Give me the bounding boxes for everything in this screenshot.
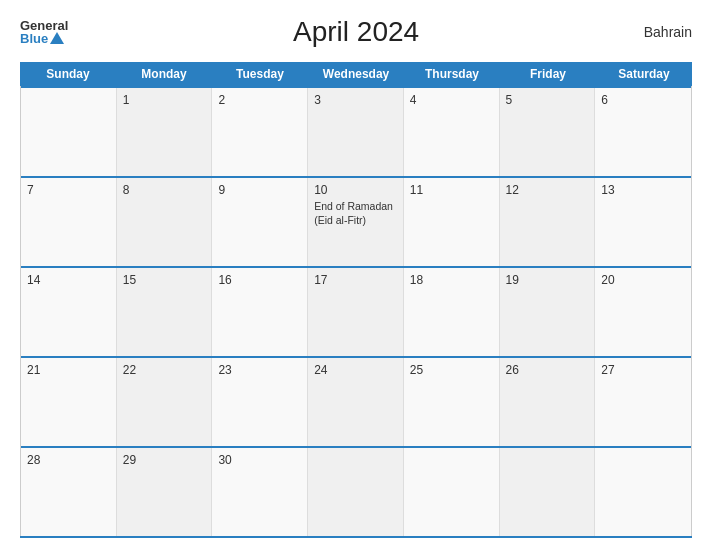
week-row-0: 123456 — [21, 86, 691, 176]
week-row-1: 78910End of Ramadan (Eid al-Fitr)111213 — [21, 176, 691, 266]
table-row: 2 — [212, 88, 308, 176]
dow-saturday: Saturday — [596, 62, 692, 86]
table-row: 21 — [21, 358, 117, 446]
day-number: 24 — [314, 363, 397, 377]
table-row: 11 — [404, 178, 500, 266]
day-number: 26 — [506, 363, 589, 377]
day-number: 8 — [123, 183, 206, 197]
table-row: 8 — [117, 178, 213, 266]
table-row: 23 — [212, 358, 308, 446]
dow-sunday: Sunday — [20, 62, 116, 86]
week-row-4: 282930 — [21, 446, 691, 536]
table-row: 26 — [500, 358, 596, 446]
day-number: 13 — [601, 183, 685, 197]
calendar-body: 12345678910End of Ramadan (Eid al-Fitr)1… — [20, 86, 692, 536]
table-row — [21, 88, 117, 176]
table-row: 12 — [500, 178, 596, 266]
table-row: 15 — [117, 268, 213, 356]
day-number: 2 — [218, 93, 301, 107]
table-row: 22 — [117, 358, 213, 446]
day-number: 25 — [410, 363, 493, 377]
table-row: 10End of Ramadan (Eid al-Fitr) — [308, 178, 404, 266]
day-number: 6 — [601, 93, 685, 107]
week-row-2: 14151617181920 — [21, 266, 691, 356]
day-number: 17 — [314, 273, 397, 287]
table-row: 27 — [595, 358, 691, 446]
table-row — [404, 448, 500, 536]
table-row: 7 — [21, 178, 117, 266]
day-number: 21 — [27, 363, 110, 377]
table-row: 6 — [595, 88, 691, 176]
day-number: 23 — [218, 363, 301, 377]
logo-blue-text: Blue — [20, 32, 64, 45]
table-row: 17 — [308, 268, 404, 356]
country-label: Bahrain — [644, 24, 692, 40]
table-row: 16 — [212, 268, 308, 356]
table-row: 1 — [117, 88, 213, 176]
dow-tuesday: Tuesday — [212, 62, 308, 86]
day-number: 4 — [410, 93, 493, 107]
table-row: 5 — [500, 88, 596, 176]
calendar: Sunday Monday Tuesday Wednesday Thursday… — [20, 62, 692, 538]
logo-triangle-icon — [50, 32, 64, 44]
dow-thursday: Thursday — [404, 62, 500, 86]
table-row: 18 — [404, 268, 500, 356]
dow-wednesday: Wednesday — [308, 62, 404, 86]
table-row: 14 — [21, 268, 117, 356]
page-title: April 2024 — [293, 16, 419, 48]
day-number: 22 — [123, 363, 206, 377]
table-row: 13 — [595, 178, 691, 266]
day-number: 5 — [506, 93, 589, 107]
day-number: 3 — [314, 93, 397, 107]
week-row-3: 21222324252627 — [21, 356, 691, 446]
table-row — [308, 448, 404, 536]
day-number: 20 — [601, 273, 685, 287]
table-row — [500, 448, 596, 536]
day-number: 19 — [506, 273, 589, 287]
day-number: 1 — [123, 93, 206, 107]
day-number: 29 — [123, 453, 206, 467]
day-number: 14 — [27, 273, 110, 287]
table-row: 9 — [212, 178, 308, 266]
page-header: General Blue April 2024 Bahrain — [20, 16, 692, 48]
day-number: 12 — [506, 183, 589, 197]
day-number: 27 — [601, 363, 685, 377]
table-row: 29 — [117, 448, 213, 536]
table-row: 30 — [212, 448, 308, 536]
calendar-page: General Blue April 2024 Bahrain Sunday M… — [0, 0, 712, 550]
bottom-border — [20, 536, 692, 538]
dow-monday: Monday — [116, 62, 212, 86]
table-row: 4 — [404, 88, 500, 176]
logo: General Blue — [20, 19, 68, 45]
day-number: 7 — [27, 183, 110, 197]
table-row: 3 — [308, 88, 404, 176]
day-number: 18 — [410, 273, 493, 287]
table-row: 20 — [595, 268, 691, 356]
day-number: 28 — [27, 453, 110, 467]
event-label: End of Ramadan (Eid al-Fitr) — [314, 200, 397, 227]
calendar-header: Sunday Monday Tuesday Wednesday Thursday… — [20, 62, 692, 86]
dow-friday: Friday — [500, 62, 596, 86]
table-row: 24 — [308, 358, 404, 446]
day-number: 9 — [218, 183, 301, 197]
table-row: 28 — [21, 448, 117, 536]
day-number: 16 — [218, 273, 301, 287]
day-number: 11 — [410, 183, 493, 197]
day-number: 15 — [123, 273, 206, 287]
table-row: 25 — [404, 358, 500, 446]
day-number: 10 — [314, 183, 397, 197]
day-number: 30 — [218, 453, 301, 467]
table-row: 19 — [500, 268, 596, 356]
table-row — [595, 448, 691, 536]
